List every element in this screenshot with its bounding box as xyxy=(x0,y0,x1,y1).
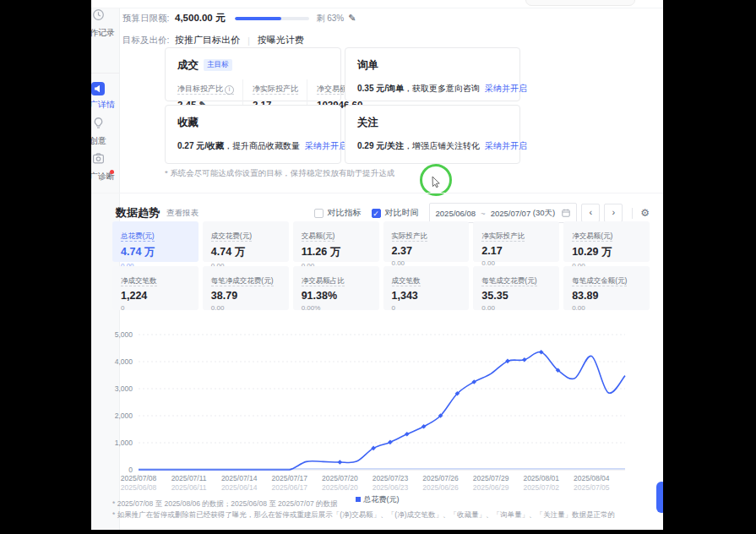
metric-label: 净实际投产比 xyxy=(481,232,525,242)
footnote-date-range: * 2025/07/08 至 2025/08/06 的数据；2025/06/08… xyxy=(112,499,338,509)
metric-card[interactable]: 净成交笔数1,2240 xyxy=(112,266,199,310)
bidding-option-impression[interactable]: 按曝光计费 xyxy=(258,34,304,46)
metric-card[interactable]: 每笔成交金额(元)83.890.00 xyxy=(563,266,650,310)
compare-metric-checkbox[interactable] xyxy=(314,209,324,218)
goal-card-primary[interactable]: 成交主目标净目标投产比i2.45 ✎净实际投产比2.17净交易额(元)10294… xyxy=(165,47,341,101)
metric-label: 交易额(元) xyxy=(302,232,335,242)
primary-goal-badge: 主目标 xyxy=(204,59,232,71)
metric-card[interactable]: 净实际投产比2.170.00 xyxy=(473,221,559,262)
goal-card-suggest[interactable]: 关注0.29 元/关注，增强店铺关注转化采纳并开启 xyxy=(345,105,520,164)
sidebar-item-label: 创意 xyxy=(91,135,117,147)
edit-budget-icon[interactable]: ✎ xyxy=(348,13,356,24)
adopt-and-enable-link[interactable]: 采纳并开启 xyxy=(305,141,347,150)
mouse-cursor-icon xyxy=(432,177,442,188)
adopt-and-enable-link[interactable]: 采纳并开启 xyxy=(485,141,527,150)
metric-compare-value: 0.00 xyxy=(211,304,280,312)
metric-value: 1,224 xyxy=(121,290,190,302)
metric-value: 10.29 万 xyxy=(572,245,641,259)
svg-text:2025/07/26: 2025/07/26 xyxy=(422,474,459,482)
metric-card[interactable]: 每笔成交花费(元)35.350.00 xyxy=(473,266,559,310)
compare-metric-label: 对比指标 xyxy=(328,207,362,219)
svg-text:2025/06/11: 2025/06/11 xyxy=(171,483,207,492)
budget-remaining: 剩 63% xyxy=(316,13,344,25)
metric-card[interactable]: 成交花费(元)4.74 万0.00 xyxy=(203,221,289,262)
sidebar-item-[interactable]: 推广诊断 xyxy=(91,152,117,183)
svg-text:2025/07/11: 2025/07/11 xyxy=(171,474,207,482)
trend-title: 数据趋势 xyxy=(116,205,160,221)
metric-card[interactable]: 交易额(元)11.26 万0.00 xyxy=(293,221,379,262)
svg-text:3,000: 3,000 xyxy=(115,384,133,393)
date-range-picker[interactable]: 2025/06/08 ~ 2025/07/07 (30天) xyxy=(429,203,578,223)
metric-compare-value: 0.00 xyxy=(572,304,641,312)
metric-card[interactable]: 每笔净成交花费(元)38.790.00 xyxy=(203,266,289,310)
goal-card-title: 收藏 xyxy=(177,116,199,130)
metric-card[interactable]: 总花费(元)4.74 万0.00 xyxy=(112,221,199,262)
date-end: 2025/07/07 xyxy=(491,209,531,218)
goal-card-title: 成交 xyxy=(177,58,199,73)
svg-text:2025/07/08: 2025/07/08 xyxy=(121,474,157,482)
svg-text:2025/08/01: 2025/08/01 xyxy=(523,474,559,482)
goal-card-suggest[interactable]: 收藏0.27 元/收藏，提升商品收藏数量采纳并开启 xyxy=(165,105,341,164)
goal-note: * 系统会尽可能达成你设置的目标，保持稳定投放有助于提升达成 xyxy=(165,168,394,179)
metric-label: 每笔成交金额(元) xyxy=(572,276,627,286)
goal-metric-label: 净目标投产比i xyxy=(177,84,234,95)
budget-progress-bar xyxy=(235,17,309,20)
metric-label: 实际投产比 xyxy=(392,232,428,242)
goal-card-desc: 0.35 元/询单，获取更多意向咨询采纳并开启 xyxy=(357,83,508,95)
metric-card[interactable]: 成交笔数1,3430 xyxy=(383,266,470,310)
budget-label: 预算日限额: xyxy=(122,13,175,25)
adopt-and-enable-link[interactable]: 采纳并开启 xyxy=(485,84,527,93)
notification-dot xyxy=(110,170,114,174)
metric-card[interactable]: 净交易额占比91.38%0.00% xyxy=(293,266,379,310)
footnote-disclaimer: * 如果推广在暂停或删除前已经获得了曝光，那么在暂停或重建后展示「(净)交易额」… xyxy=(112,510,615,520)
metric-label: 成交花费(元) xyxy=(211,232,252,242)
metric-label: 每笔净成交花费(元) xyxy=(211,276,274,286)
compare-time-checkbox[interactable]: ✓ xyxy=(372,209,381,218)
bidding-option-goal[interactable]: 按推广目标出价 xyxy=(175,34,240,46)
metric-card-grid: 总花费(元)4.74 万0.00成交花费(元)4.74 万0.00交易额(元)1… xyxy=(112,221,650,310)
metric-label: 净交易额(元) xyxy=(572,232,612,242)
svg-text:2025/07/23: 2025/07/23 xyxy=(373,474,409,482)
lightbulb-icon xyxy=(91,117,105,130)
cursor-highlight-ring xyxy=(420,164,452,196)
view-report-link[interactable]: 查看报表 xyxy=(166,208,199,219)
sidebar-item-[interactable]: 创意 xyxy=(91,117,117,147)
legend-label: 总花费(元) xyxy=(364,495,400,504)
metric-label: 每笔成交花费(元) xyxy=(481,276,536,286)
info-icon[interactable]: i xyxy=(225,85,234,95)
svg-text:1,000: 1,000 xyxy=(115,439,133,447)
metric-card[interactable]: 净交易额(元)10.29 万0.00 xyxy=(563,221,650,262)
sidebar-item-[interactable]: 操作记录 xyxy=(91,8,117,39)
ad-detail-page: 推广详情创意推广诊断操作记录 预算日限额: 4,500.00 元 剩 63% ✎… xyxy=(91,0,663,530)
compare-time-label: 对比时间 xyxy=(385,207,419,219)
metric-value: 91.38% xyxy=(302,290,371,302)
floating-side-button[interactable] xyxy=(656,482,663,513)
date-separator: ~ xyxy=(481,209,486,218)
sidebar-item-active[interactable]: 推广详情 xyxy=(91,81,117,111)
metric-card[interactable]: 实际投产比2.370.00 xyxy=(383,221,470,262)
svg-text:2025/06/17: 2025/06/17 xyxy=(271,483,307,492)
metric-value: 1,343 xyxy=(392,290,461,302)
top-toolbar-fragment xyxy=(525,0,635,6)
top-divider xyxy=(91,8,663,8)
svg-text:0: 0 xyxy=(128,466,133,474)
goal-metric-label: 净实际投产比 xyxy=(253,84,298,95)
sidebar-divider xyxy=(91,73,119,74)
metric-compare-value: 0.00% xyxy=(302,304,371,312)
date-range-days: (30天) xyxy=(533,208,555,219)
budget-amount: 4,500.00 元 xyxy=(175,12,225,25)
settings-gear-icon[interactable]: ⚙ xyxy=(640,207,650,219)
next-period-button[interactable]: › xyxy=(604,204,623,222)
svg-text:2025/07/05: 2025/07/05 xyxy=(574,483,610,492)
goal-card-suggest[interactable]: 询单0.35 元/询单，获取更多意向咨询采纳并开启 xyxy=(345,47,520,101)
daily-budget-row: 预算日限额: 4,500.00 元 剩 63% ✎ xyxy=(122,12,356,25)
metric-value: 11.26 万 xyxy=(302,245,371,259)
metric-value: 4.74 万 xyxy=(121,245,190,259)
prev-period-button[interactable]: ‹ xyxy=(581,204,600,222)
goal-card-title: 关注 xyxy=(357,116,378,130)
svg-text:5,000: 5,000 xyxy=(115,331,133,339)
goal-card-desc: 0.27 元/收藏，提升商品收藏数量采纳并开启 xyxy=(177,140,329,152)
section-divider xyxy=(91,193,663,193)
trend-controls: 对比指标 ✓ 对比时间 2025/06/08 ~ 2025/07/07 (30天… xyxy=(314,203,650,223)
svg-text:4,000: 4,000 xyxy=(115,357,133,366)
